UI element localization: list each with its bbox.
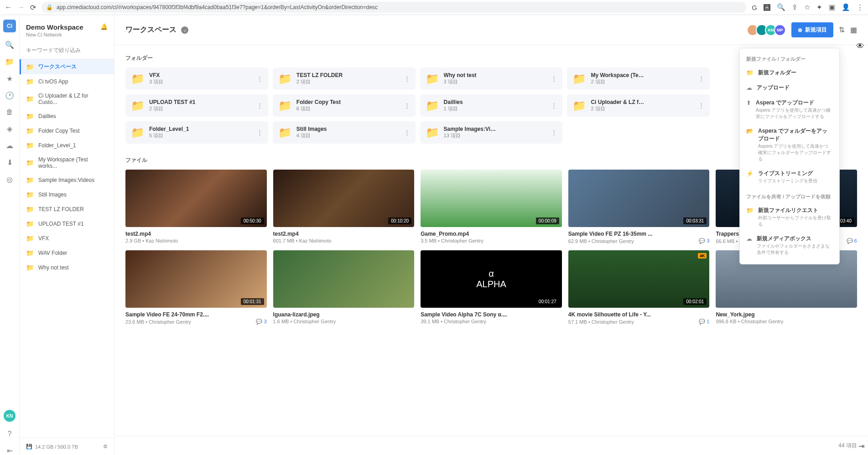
folder-card[interactable]: 📁 UPLOAD TEST #1 2 項目 ⋮ (125, 94, 268, 117)
folder-meta: 3 項目 (444, 78, 477, 85)
dropdown-item[interactable]: ☁ 新規メディアボックス ファイルやフォルダーをさまざまな条件で共有する (740, 231, 839, 259)
folder-card[interactable]: 📁 Folder Copy Test 6 項目 ⋮ (273, 94, 416, 117)
visibility-icon[interactable]: 👁 (852, 38, 868, 55)
zoom-icon[interactable]: 🔍 (777, 3, 785, 11)
sidebar-item[interactable]: 📁Sample Images:Videos (20, 173, 114, 187)
folder-name: My Workspace (Test... (591, 72, 645, 78)
more-icon[interactable]: ⋮ (257, 102, 263, 109)
star-icon[interactable]: ☆ (804, 3, 810, 11)
file-card[interactable]: Iguana-lizard.jpeg 1.6 MB • Christopher … (273, 250, 415, 325)
folder-card[interactable]: 📁 Daillies 1 項目 ⋮ (420, 94, 563, 117)
file-card[interactable]: 00:01:31Sample Video FE 24-70mm F2.... 2… (125, 250, 267, 325)
more-icon[interactable]: ⋮ (404, 129, 410, 136)
folder-card[interactable]: 📁 Still Images 4 項目 ⋮ (273, 121, 416, 144)
download-icon[interactable]: ⬇ (7, 158, 13, 167)
sidebar-item[interactable]: 📁Ci tvOS App (20, 74, 114, 89)
search-icon[interactable]: 🔍 (5, 41, 14, 49)
trash-icon[interactable]: 🗑 (6, 108, 13, 116)
folder-meta: 4 項目 (296, 132, 327, 139)
more-icon[interactable]: ⋮ (404, 75, 410, 82)
filter-input[interactable]: キーワードで絞り込み (20, 42, 114, 59)
dropdown-item[interactable]: ⚡ ライブストリーミング ライブストリーミングを受信 (740, 166, 839, 188)
file-card[interactable]: 00:10:20test2.mp4 601.7 MB • Kaz Nishimo… (273, 170, 415, 244)
sidebar-item-label: Folder Copy Test (38, 128, 80, 134)
collapse-right-icon[interactable]: ⇥ (858, 442, 864, 450)
sidebar: Demo Workspace New Ci Network 🔔 キーワードで絞り… (20, 15, 114, 455)
sidebar-item[interactable]: 📁UPLOAD TEST #1 (20, 217, 114, 231)
dropdown-item[interactable]: 📁 新規ファイルリクエスト 外部ユーザーからファイルを受け取る (740, 203, 839, 231)
file-card[interactable]: 00:03:31Sample Video FE PZ 16-35mm ... 6… (568, 170, 710, 244)
more-icon[interactable]: ⋮ (698, 102, 704, 109)
thumbnail: 00:03:31 (568, 170, 710, 227)
folder-card[interactable]: 📁 Folder_Level_1 5 項目 ⋮ (125, 121, 268, 144)
reload-icon[interactable]: ⟳ (30, 3, 36, 12)
extensions-icon[interactable]: ✦ (816, 3, 822, 11)
more-icon[interactable]: ⋮ (404, 102, 410, 109)
file-card[interactable]: 00:00:09Game_Promo.mp4 3.5 MB • Christop… (421, 170, 562, 244)
app-logo[interactable]: Ci (3, 20, 16, 32)
new-item-button[interactable]: ⊕ 新規項目 (791, 22, 833, 37)
sidebar-item[interactable]: 📁Still Images (20, 187, 114, 202)
bell-icon[interactable]: 🔔 (100, 23, 108, 30)
sidebar-item[interactable]: 📁ワークスペース (20, 59, 114, 74)
help-icon[interactable]: ? (8, 430, 12, 438)
file-card[interactable]: 00:50:30test2.mp4 2.9 GB • Kaz Nishimoto (125, 170, 267, 244)
more-icon[interactable]: ⋮ (551, 129, 557, 136)
comment-badge[interactable]: 💬 1 (699, 319, 709, 325)
folder-icon: 📁 (26, 159, 34, 166)
sidebar-item[interactable]: 📁Folder_Level_1 (20, 138, 114, 153)
settings-icon[interactable]: ⚙ (103, 444, 108, 450)
dropdown-item[interactable]: ⬆ Aspera でアップロード Aspera アプリを使用して高速かつ確実にフ… (740, 95, 839, 124)
translate-icon[interactable]: 🅰 (764, 4, 770, 11)
clock-icon[interactable]: 🕐 (5, 91, 14, 100)
comment-badge[interactable]: 💬 6 (847, 238, 857, 244)
folder-card[interactable]: 📁 TEST LZ FOLDER 2 項目 ⋮ (273, 67, 416, 90)
comment-badge[interactable]: 💬 3 (699, 238, 709, 244)
share-icon[interactable]: ⇪ (792, 3, 798, 11)
folder-card[interactable]: 📁 Sample Images:Vide... 13 項目 ⋮ (420, 121, 563, 144)
dropdown-item[interactable]: ☁ アップロード (740, 80, 839, 95)
sidebar-item[interactable]: 📁TEST LZ FOLDER (20, 202, 114, 217)
more-icon[interactable]: ⋮ (698, 75, 704, 82)
forward-icon[interactable]: → (17, 3, 25, 11)
cube-icon[interactable]: ◈ (7, 124, 12, 133)
folder-card[interactable]: 📁 My Workspace (Test... 2 項目 ⋮ (567, 67, 710, 90)
dropdown-item[interactable]: 📁 新規フォルダー (740, 65, 839, 80)
sidebar-item[interactable]: 📁Folder Copy Test (20, 124, 114, 138)
duration-badge: 00:03:31 (683, 217, 707, 224)
google-icon[interactable]: G (752, 4, 757, 11)
cloud-icon[interactable]: ☁ (6, 141, 13, 150)
sidebar-item[interactable]: 📁Why not test (20, 260, 114, 275)
dropdown-item[interactable]: 📂 Aspera でフォルダーをアップロード Aspera アプリを使用して高速… (740, 124, 839, 166)
more-icon[interactable]: ⋮ (551, 102, 557, 109)
sidebar-item[interactable]: 📁VFX (20, 231, 114, 246)
file-card[interactable]: α ALPHA00:01:27Sample Video Alpha 7C Son… (421, 250, 562, 325)
menu-icon[interactable]: ⋮ (857, 3, 863, 11)
user-avatar[interactable]: KN (4, 410, 16, 422)
sidebar-item[interactable]: 📁Ci Uploader & LZ for Custo... (20, 89, 114, 109)
target-icon[interactable]: ◎ (6, 175, 13, 184)
more-icon[interactable]: ⋮ (257, 129, 263, 136)
duration-badge: 00:10:20 (388, 217, 411, 224)
chevron-down-icon[interactable]: ⌄ (181, 26, 188, 34)
collaborator-avatars[interactable]: KN MP (749, 24, 786, 36)
more-icon[interactable]: ⋮ (551, 75, 557, 82)
sidebar-item[interactable]: 📁My Workspace (Test works... (20, 153, 114, 173)
more-icon[interactable]: ⋮ (257, 75, 263, 82)
star-icon[interactable]: ★ (6, 74, 13, 83)
sidebar-item[interactable]: 📁Daillies (20, 109, 114, 124)
file-card[interactable]: 4K00:02:014K movie Silhouette of Life - … (568, 250, 710, 325)
collapse-icon[interactable]: ⇤ (7, 446, 13, 455)
sidebar-item[interactable]: 📁WAV Folder (20, 246, 114, 260)
folder-card[interactable]: 📁 VFX 3 項目 ⋮ (125, 67, 268, 90)
back-icon[interactable]: ← (5, 3, 12, 11)
profile-icon[interactable]: 👤 (842, 3, 850, 11)
folder-card[interactable]: 📁 Ci Uploader & LZ for... 2 項目 ⋮ (567, 94, 710, 117)
comment-badge[interactable]: 💬 3 (256, 319, 266, 325)
sort-icon[interactable]: ⇅ (839, 26, 845, 34)
panel-icon[interactable]: ▣ (829, 3, 835, 11)
folder-icon[interactable]: 📁 (5, 57, 14, 66)
folder-card[interactable]: 📁 Why not test 3 項目 ⋮ (420, 67, 563, 90)
url-bar[interactable]: 🔒 app.cimediacloud.com/ci/#/workspaces/9… (42, 2, 746, 13)
grid-view-icon[interactable]: ▦ (850, 26, 857, 34)
